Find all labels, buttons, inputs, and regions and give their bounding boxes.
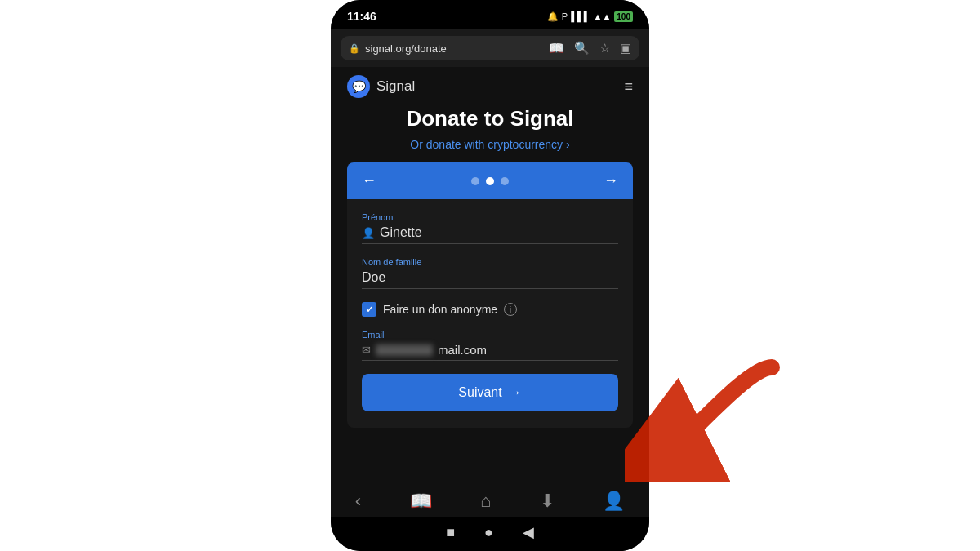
dot-2-active (486, 177, 494, 185)
first-name-input-row[interactable]: 👤 Ginette (362, 225, 618, 244)
last-name-label: Nom de famille (362, 257, 618, 267)
home-nav-icon[interactable]: ⌂ (480, 491, 491, 512)
red-arrow-annotation (625, 351, 788, 482)
status-bar: 11:46 🔔 P ▌▌▌ ▲▲ 100 (331, 0, 649, 29)
star-icon[interactable]: ☆ (599, 41, 610, 56)
anonymous-label: Faire un don anonyme (383, 303, 497, 316)
email-suffix: mail.com (438, 343, 487, 357)
signal-bars-icon: ▌▌▌ (571, 11, 590, 21)
last-name-value: Doe (362, 270, 385, 285)
anonymous-checkbox[interactable]: ✓ (362, 302, 376, 317)
next-button-arrow: → (509, 385, 522, 400)
next-button[interactable]: Suivant → (362, 374, 618, 411)
dot-3 (501, 177, 509, 185)
envelope-icon: ✉ (362, 344, 371, 356)
anonymous-row: ✓ Faire un don anonyme i (362, 302, 618, 317)
email-label: Email (362, 330, 618, 340)
stepper-dots (471, 177, 509, 185)
first-name-group: Prénom 👤 Ginette (362, 212, 618, 244)
bottom-nav: ‹ 📖 ⌂ ⬇ 👤 (331, 482, 649, 517)
last-name-input-row[interactable]: Doe (362, 270, 618, 289)
system-nav: ■ ● ◀ (331, 517, 649, 551)
first-name-value: Ginette (380, 225, 422, 240)
page-content: 💬 Signal ≡ Donate to Signal Or donate wi… (331, 67, 649, 482)
stepper-back-arrow[interactable]: ← (362, 172, 376, 189)
portrait-icon: P (562, 11, 568, 21)
notification-icon: 🔔 (547, 11, 559, 22)
phone-frame: 11:46 🔔 P ▌▌▌ ▲▲ 100 🔒 signal.org/donate… (331, 0, 649, 551)
stepper-bar: ← → (347, 162, 633, 199)
wifi-icon: ▲▲ (594, 11, 612, 21)
signal-logo-icon: 💬 (347, 75, 370, 98)
address-bar[interactable]: 🔒 signal.org/donate 📖 🔍 ☆ ▣ (341, 36, 639, 60)
tab-icon[interactable]: ▣ (620, 41, 631, 56)
person-icon: 👤 (362, 227, 375, 239)
status-icons: 🔔 P ▌▌▌ ▲▲ 100 (547, 11, 633, 22)
main-content: Donate to Signal Or donate with cryptocu… (331, 106, 649, 482)
profile-nav-icon[interactable]: 👤 (603, 491, 625, 512)
library-nav-icon[interactable]: 📖 (410, 491, 432, 512)
crypto-link[interactable]: Or donate with cryptocurrency › (347, 138, 633, 151)
hamburger-menu-icon[interactable]: ≡ (624, 78, 633, 96)
circle-system-btn[interactable]: ● (484, 524, 493, 541)
dot-1 (471, 177, 479, 185)
bookmark-icon[interactable]: 📖 (549, 41, 564, 56)
square-system-btn[interactable]: ■ (446, 524, 455, 541)
next-button-label: Suivant (458, 385, 501, 400)
back-nav-icon[interactable]: ‹ (355, 491, 361, 512)
page-title: Donate to Signal (347, 106, 633, 131)
info-icon[interactable]: i (504, 303, 517, 316)
browser-chrome: 🔒 signal.org/donate 📖 🔍 ☆ ▣ (331, 29, 649, 67)
address-text: signal.org/donate (365, 42, 544, 55)
email-input-row[interactable]: ✉ mail.com (362, 343, 618, 361)
stepper-forward-arrow[interactable]: → (604, 172, 618, 189)
email-blurred-part (376, 344, 433, 356)
download-nav-icon[interactable]: ⬇ (540, 491, 555, 512)
search-icon[interactable]: 🔍 (574, 41, 590, 56)
back-system-btn[interactable]: ◀ (523, 523, 534, 541)
signal-logo: 💬 Signal (347, 75, 415, 98)
last-name-group: Nom de famille Doe (362, 257, 618, 289)
lock-icon: 🔒 (349, 43, 360, 54)
app-name: Signal (376, 78, 415, 95)
checkmark-icon: ✓ (366, 304, 373, 315)
form-container: Prénom 👤 Ginette Nom de famille Doe (347, 199, 633, 428)
email-group: Email ✉ mail.com (362, 330, 618, 361)
first-name-label: Prénom (362, 212, 618, 222)
status-time: 11:46 (347, 10, 376, 23)
signal-nav: 💬 Signal ≡ (331, 67, 649, 106)
battery-icon: 100 (614, 11, 633, 22)
